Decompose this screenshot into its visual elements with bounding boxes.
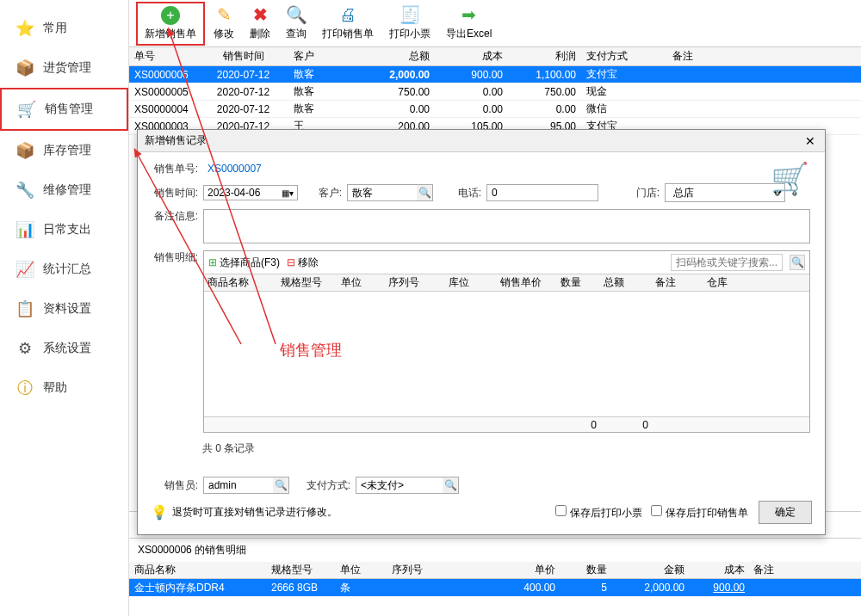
- new-sale-button[interactable]: +新增销售单: [136, 2, 205, 46]
- sidebar-item-data[interactable]: 📋资料设置: [0, 289, 128, 329]
- search-icon: 🔍: [286, 4, 307, 25]
- col-profit[interactable]: 利润: [508, 49, 581, 64]
- sale-date-input[interactable]: 2023-04-06▦▾: [203, 185, 298, 200]
- pay-method-input[interactable]: 🔍: [356, 477, 459, 494]
- search-icon[interactable]: 🔍: [443, 477, 458, 493]
- print-receipt-checkbox[interactable]: 保存后打印小票: [555, 505, 642, 521]
- x-icon: ✖: [250, 4, 270, 25]
- query-button[interactable]: 🔍查询: [279, 2, 313, 44]
- customer-input[interactable]: 🔍: [347, 184, 433, 201]
- col-pay[interactable]: 支付方式: [581, 49, 667, 64]
- sidebar-item-stats[interactable]: 📈统计汇总: [0, 249, 128, 289]
- sales-table-header: 单号 销售时间 客户 总额 成本 利润 支付方式 备注: [129, 47, 861, 66]
- detail-section: XS0000006 的销售明细 商品名称 规格型号 单位 序列号 单价 数量 金…: [129, 538, 861, 596]
- remark-textarea[interactable]: [203, 209, 810, 243]
- info-icon: ⓘ: [15, 379, 34, 397]
- gear-icon: ⚙: [15, 339, 34, 358]
- col-no[interactable]: 单号: [129, 49, 198, 64]
- phone-input[interactable]: [486, 184, 598, 201]
- table-row[interactable]: XS00000062020-07-12散客2,000.00900.001,100…: [129, 66, 861, 83]
- pencil-icon: ✎: [214, 4, 234, 25]
- wrench-icon: 🔧: [15, 181, 34, 200]
- bulb-icon: 💡: [151, 504, 168, 521]
- col-remark[interactable]: 备注: [667, 49, 861, 64]
- sidebar-item-expense[interactable]: 📊日常支出: [0, 210, 128, 249]
- export-excel-button[interactable]: ➡导出Excel: [439, 2, 499, 44]
- calendar-icon: ▦▾: [282, 188, 294, 198]
- col-cost[interactable]: 成本: [435, 49, 508, 64]
- sidebar-item-help[interactable]: ⓘ帮助: [0, 368, 128, 408]
- record-count: 共 0 条记录: [151, 440, 812, 461]
- salesperson-input[interactable]: 🔍: [203, 477, 289, 494]
- box-icon: 📦: [15, 59, 34, 77]
- confirm-button[interactable]: 确定: [759, 501, 812, 524]
- sidebar-item-inventory[interactable]: 📦库存管理: [0, 131, 128, 170]
- package-icon: 📦: [15, 141, 34, 160]
- cart-large-icon: 🛒: [771, 161, 809, 197]
- tip-text: 退货时可直接对销售记录进行修改。: [172, 505, 338, 520]
- sidebar-item-common[interactable]: ⭐常用: [0, 9, 128, 48]
- dialog-close-button[interactable]: ✕: [802, 134, 818, 148]
- store-select[interactable]: 总店: [665, 183, 785, 202]
- col-customer[interactable]: 客户: [288, 49, 357, 64]
- chart-icon: 📊: [15, 220, 34, 239]
- col-total[interactable]: 总额: [357, 49, 435, 64]
- search-icon[interactable]: 🔍: [273, 477, 288, 493]
- dialog-titlebar[interactable]: 新增销售记录 ✕: [138, 130, 825, 152]
- star-icon: ⭐: [15, 19, 34, 38]
- sidebar-item-purchase[interactable]: 📦进货管理: [0, 48, 128, 88]
- detail-title: XS0000006 的销售明细: [129, 539, 861, 562]
- print-order-checkbox[interactable]: 保存后打印销售单: [651, 505, 748, 521]
- remove-icon: ⊟: [287, 256, 295, 268]
- sidebar-item-system[interactable]: ⚙系统设置: [0, 329, 128, 368]
- scan-search-icon[interactable]: 🔍: [790, 255, 805, 270]
- toolbar: +新增销售单 ✎修改 ✖删除 🔍查询 🖨打印销售单 🧾打印小票 ➡导出Excel: [129, 0, 861, 47]
- sidebar-item-sales[interactable]: 🛒销售管理: [0, 88, 128, 131]
- printer-icon: 🖨: [338, 4, 358, 25]
- remove-button[interactable]: ⊟移除: [287, 256, 319, 270]
- sidebar-item-repair[interactable]: 🔧维修管理: [0, 170, 128, 210]
- new-sale-dialog: 新增销售记录 ✕ 🛒 销售单号: XS0000007 销售时间: 2023-04…: [137, 129, 826, 535]
- receipt-icon: 🧾: [400, 4, 420, 25]
- print-order-button[interactable]: 🖨打印销售单: [315, 2, 381, 44]
- delete-button[interactable]: ✖删除: [243, 2, 277, 44]
- print-receipt-button[interactable]: 🧾打印小票: [382, 2, 437, 44]
- col-date[interactable]: 销售时间: [198, 49, 288, 64]
- plus-icon: ⊞: [208, 256, 217, 268]
- annotation-text: 销售管理: [280, 340, 342, 360]
- table-row[interactable]: XS00000042020-07-12散客0.000.000.00微信: [129, 101, 861, 118]
- sidebar: ⭐常用 📦进货管理 🛒销售管理 📦库存管理 🔧维修管理 📊日常支出 📈统计汇总 …: [0, 0, 129, 616]
- add-icon: +: [161, 6, 180, 25]
- cart-icon: 🛒: [17, 100, 36, 119]
- search-icon[interactable]: 🔍: [417, 185, 432, 200]
- select-product-button[interactable]: ⊞选择商品(F3): [208, 256, 280, 270]
- table-row[interactable]: XS00000052020-07-12散客750.000.00750.00现金: [129, 83, 861, 101]
- graph-icon: 📈: [15, 260, 34, 279]
- edit-button[interactable]: ✎修改: [207, 2, 241, 44]
- arrow-right-icon: ➡: [459, 4, 480, 25]
- list-icon: 📋: [15, 299, 34, 318]
- detail-row[interactable]: 金士顿内存条DDR4 2666 8GB 条 400.00 5 2,000.00 …: [129, 579, 861, 596]
- scan-input[interactable]: [671, 254, 783, 271]
- detail-header: 商品名称 规格型号 单位 序列号 单价 数量 金额 成本 备注: [129, 562, 861, 579]
- order-no-field: XS0000007: [203, 161, 266, 176]
